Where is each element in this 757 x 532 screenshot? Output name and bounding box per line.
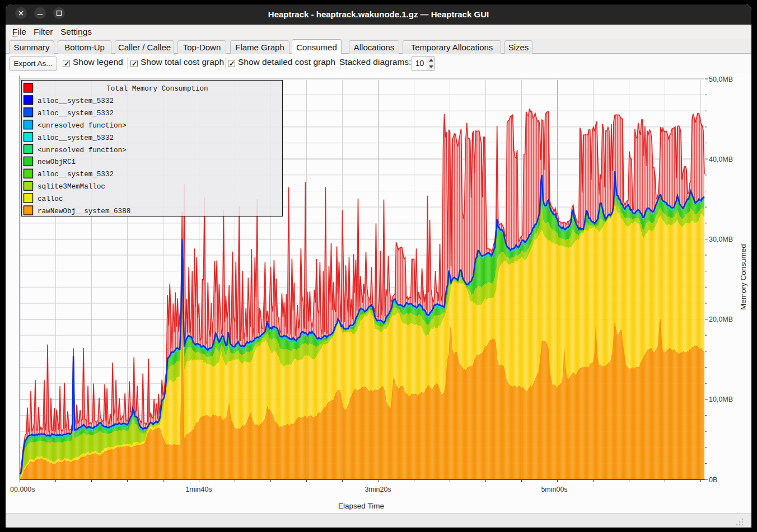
svg-text:newObjRC1: newObjRC1	[38, 158, 76, 166]
svg-text:Total Memory Consumption: Total Memory Consumption	[106, 85, 208, 93]
svg-text:alloc__system_5332: alloc__system_5332	[38, 97, 114, 105]
svg-text:Elapsed Time: Elapsed Time	[338, 502, 384, 510]
svg-text:0B: 0B	[709, 476, 717, 484]
svg-text:1min40s: 1min40s	[185, 486, 212, 493]
svg-text:3min20s: 3min20s	[365, 486, 391, 493]
svg-text:alloc__system_5332: alloc__system_5332	[38, 110, 114, 117]
svg-text:<unresolved function>: <unresolved function>	[38, 122, 127, 130]
svg-text:40,0MB: 40,0MB	[709, 156, 733, 163]
svg-text:5min00s: 5min00s	[541, 486, 567, 493]
svg-text:alloc__system_5332: alloc__system_5332	[38, 134, 114, 142]
svg-text:10,0MB: 10,0MB	[709, 396, 733, 403]
svg-text:rawNewObj__system_6388: rawNewObj__system_6388	[38, 208, 130, 215]
svg-text:30,0MB: 30,0MB	[709, 236, 733, 243]
svg-text:50,0MB: 50,0MB	[709, 76, 733, 83]
svg-text:sqlite3MemMalloc: sqlite3MemMalloc	[38, 183, 105, 191]
svg-text:Memory Consumed: Memory Consumed	[739, 244, 747, 310]
svg-text:00.000s: 00.000s	[10, 486, 35, 493]
svg-text:<unresolved function>: <unresolved function>	[38, 147, 127, 154]
svg-text:20,0MB: 20,0MB	[709, 316, 733, 323]
svg-text:alloc__system_5332: alloc__system_5332	[38, 171, 114, 178]
svg-text:calloc: calloc	[38, 195, 63, 203]
